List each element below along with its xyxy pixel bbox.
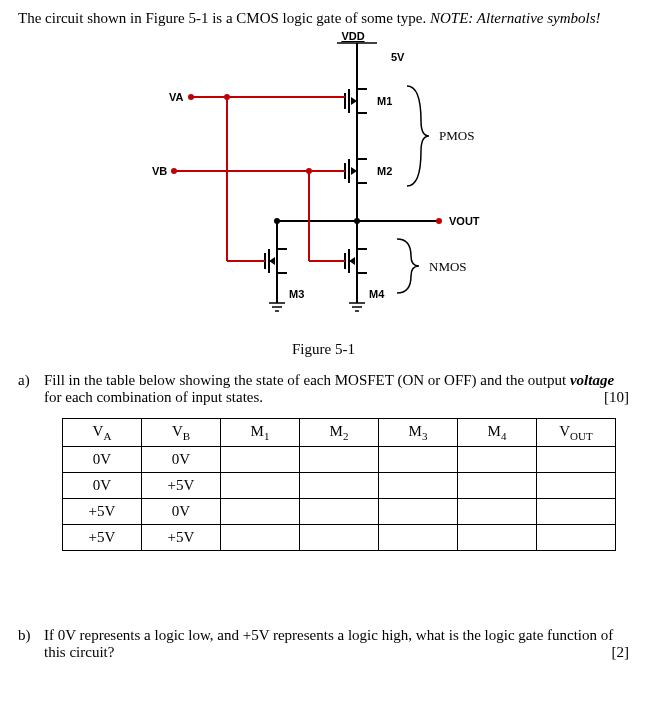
cell [221,525,300,551]
cell [458,499,537,525]
intro-main: The circuit shown in Figure 5-1 is a CMO… [18,10,430,26]
cell: 0V [63,473,142,499]
cell [221,473,300,499]
label-m3: M3 [289,288,304,300]
table-row: +5V +5V [63,525,616,551]
label-m4: M4 [369,288,385,300]
cell [300,473,379,499]
col-m2: M2 [300,419,379,447]
cell [379,447,458,473]
transistor-m4 [345,246,367,276]
col-vb: VB [142,419,221,447]
col-m4: M4 [458,419,537,447]
part-a: a) Fill in the table below showing the s… [18,372,629,551]
cell [300,499,379,525]
cell: 0V [142,447,221,473]
part-a-body: Fill in the table below showing the stat… [44,372,629,551]
intro-note: NOTE: Alternative symbols! [430,10,601,26]
label-pmos: PMOS [439,128,474,143]
cell [300,447,379,473]
cell: 0V [63,447,142,473]
cell: +5V [142,525,221,551]
label-vb: VB [152,165,167,177]
label-m1: M1 [377,95,392,107]
part-b: b) If 0V represents a logic low, and +5V… [18,627,629,661]
table-row: 0V +5V [63,473,616,499]
figure-caption: Figure 5-1 [18,341,629,358]
label-vdd: VDD [341,31,364,42]
cell [379,473,458,499]
truth-table: VA VB M1 M2 M3 M4 VOUT 0V 0V 0V +5V [62,418,616,551]
part-a-text1: Fill in the table below showing the stat… [44,372,570,388]
cell [458,473,537,499]
cell [300,525,379,551]
label-m2: M2 [377,165,392,177]
cell [221,447,300,473]
label-5v: 5V [391,51,405,63]
col-m1: M1 [221,419,300,447]
part-b-label: b) [18,627,44,644]
cell [537,447,616,473]
svg-point-19 [436,218,442,224]
cell [537,525,616,551]
transistor-m2 [345,156,367,186]
brace-nmos [397,239,419,293]
cell [221,499,300,525]
table-header-row: VA VB M1 M2 M3 M4 VOUT [63,419,616,447]
part-a-text2: for each combination of input states. [44,389,263,405]
part-a-label: a) [18,372,44,389]
cell: 0V [142,499,221,525]
cell [379,499,458,525]
cell [458,525,537,551]
cell: +5V [142,473,221,499]
col-va: VA [63,419,142,447]
part-a-bold: voltage [570,372,614,388]
cell [537,473,616,499]
part-b-text: If 0V represents a logic low, and +5V re… [44,627,613,660]
brace-pmos [407,86,429,186]
col-vout: VOUT [537,419,616,447]
circuit-diagram: VDD 5V M1 M2 PMOS VOUT [109,31,539,341]
col-m3: M3 [379,419,458,447]
label-va: VA [169,91,184,103]
intro-text: The circuit shown in Figure 5-1 is a CMO… [18,10,629,27]
cell [379,525,458,551]
part-b-body: If 0V represents a logic low, and +5V re… [44,627,629,661]
transistor-m3 [265,246,287,276]
cell: +5V [63,499,142,525]
label-vout: VOUT [449,215,480,227]
cell: +5V [63,525,142,551]
figure-5-1: VDD 5V M1 M2 PMOS VOUT [18,31,629,341]
cell [458,447,537,473]
cell [537,499,616,525]
part-a-marks: [10] [604,389,629,406]
table-row: 0V 0V [63,447,616,473]
part-b-marks: [2] [612,644,630,661]
transistor-m1 [345,86,367,116]
label-nmos: NMOS [429,259,467,274]
table-row: +5V 0V [63,499,616,525]
